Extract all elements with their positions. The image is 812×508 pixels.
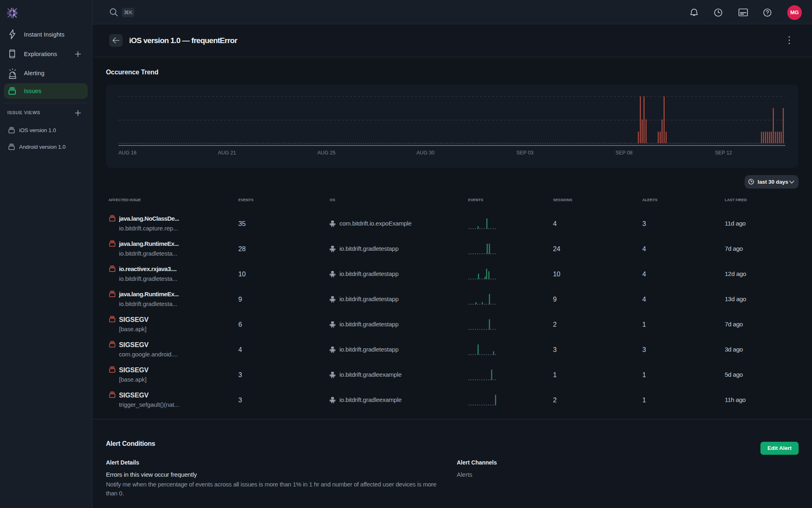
svg-text:AUG 30: AUG 30 [417,150,435,156]
svg-text:AUG 16: AUG 16 [119,150,137,156]
svg-text:AUG 25: AUG 25 [317,150,336,156]
svg-text:SEP 12: SEP 12 [715,150,732,156]
svg-text:SEP 03: SEP 03 [516,150,533,156]
svg-text:SEP 08: SEP 08 [615,150,633,156]
svg-text:AUG 21: AUG 21 [218,150,236,156]
